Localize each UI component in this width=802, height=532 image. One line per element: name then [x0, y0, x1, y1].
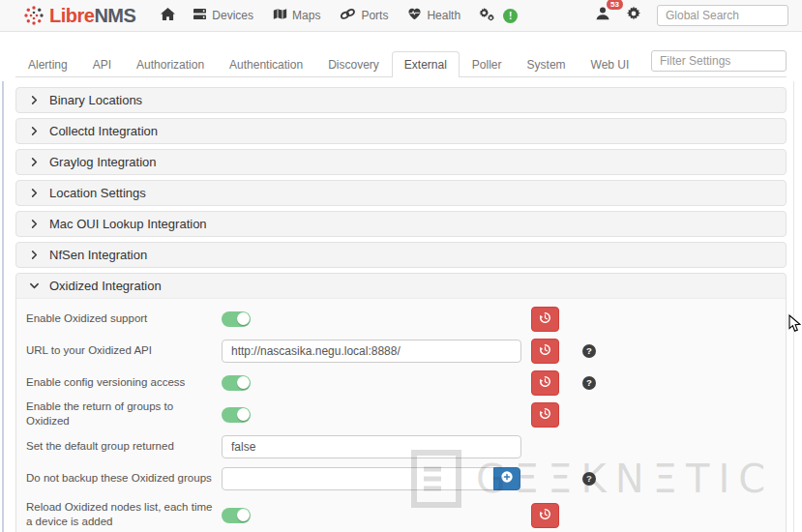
nav-maps-label: Maps	[292, 9, 320, 22]
cogs-icon	[478, 7, 495, 25]
setting-label: Enable the return of groups to Oxidized	[26, 399, 216, 429]
validation-status-icon[interactable]: !	[503, 9, 518, 23]
setting-control	[222, 435, 521, 458]
history-icon	[539, 375, 551, 391]
reset-button[interactable]	[531, 339, 559, 364]
section-header-nfsen-integration[interactable]: NfSen Integration	[16, 243, 786, 267]
chevron-right-icon	[29, 219, 40, 229]
setting-label: Reload Oxidized nodes list, each time a …	[26, 500, 216, 530]
nav-health[interactable]: Health	[398, 0, 470, 32]
nav-health-label: Health	[427, 9, 460, 22]
section-label: Graylog Integration	[49, 155, 157, 169]
nav-devices-label: Devices	[212, 9, 253, 22]
section-label: Location Settings	[49, 186, 146, 200]
section-header-oxidized-integration[interactable]: Oxidized Integration	[16, 274, 786, 298]
toggle-switch[interactable]	[222, 508, 251, 523]
plus-circle-icon	[500, 470, 514, 487]
section-header-mac-oui-lookup-integration[interactable]: Mac OUI Lookup Integration	[16, 212, 786, 236]
tab-authentication[interactable]: Authentication	[217, 51, 315, 77]
section-header-collectd-integration[interactable]: Collectd Integration	[16, 119, 786, 143]
reset-button[interactable]	[531, 370, 559, 396]
section-label: Collectd Integration	[49, 124, 158, 138]
section-label: Mac OUI Lookup Integration	[49, 217, 207, 231]
help-icon[interactable]: ?	[582, 344, 596, 358]
history-icon	[539, 343, 551, 359]
nav-maps[interactable]: Maps	[263, 0, 330, 32]
setting-row-enable-config-versioning-access: Enable config versioning access?	[16, 367, 786, 399]
chevron-right-icon	[29, 95, 40, 105]
setting-row-enable-oxidized-support: Enable Oxidized support	[16, 303, 786, 335]
nav-devices[interactable]: Devices	[183, 0, 263, 32]
section-label: Oxidized Integration	[49, 279, 162, 293]
toggle-switch[interactable]	[222, 407, 251, 423]
setting-row-enable-the-return-of-groups-to-oxidized: Enable the return of groups to Oxidized	[16, 399, 786, 430]
tab-discovery[interactable]: Discovery	[315, 51, 392, 77]
setting-control	[222, 467, 520, 490]
section-header-graylog-integration[interactable]: Graylog Integration	[16, 150, 786, 174]
chevron-right-icon	[29, 157, 40, 167]
tab-external[interactable]: External	[392, 51, 460, 77]
toggle-switch[interactable]	[222, 375, 251, 391]
tab-api[interactable]: API	[80, 51, 124, 77]
nav-home[interactable]	[153, 0, 183, 32]
tab-web-ui[interactable]: Web UI	[579, 51, 642, 77]
setting-row-set-the-default-group-returned: Set the default group returned	[16, 430, 786, 462]
nav-settings-cogs[interactable]	[470, 0, 503, 32]
setting-label: Enable config versioning access	[26, 375, 216, 391]
history-icon	[539, 311, 551, 327]
health-icon	[407, 8, 422, 23]
section-header-binary-locations[interactable]: Binary Locations	[16, 88, 786, 112]
user-icon	[595, 8, 610, 24]
librenms-logo[interactable]: LibreNMS	[23, 5, 135, 27]
user-menu[interactable]: 53	[595, 6, 610, 25]
toggle-switch[interactable]	[222, 311, 251, 327]
help-icon[interactable]: ?	[582, 376, 596, 390]
history-icon	[539, 508, 551, 523]
nav-ports-label: Ports	[361, 9, 388, 22]
tab-alerting[interactable]: Alerting	[15, 51, 80, 77]
navbar-right: 53	[595, 5, 794, 26]
chevron-right-icon	[29, 188, 40, 198]
section-header-location-settings[interactable]: Location Settings	[16, 181, 786, 205]
text-input[interactable]	[222, 340, 521, 363]
nav-ports[interactable]: Ports	[330, 0, 398, 32]
section-nfsen-integration: NfSen Integration	[15, 242, 787, 268]
setting-control	[222, 340, 521, 363]
gear-icon[interactable]	[626, 6, 641, 25]
section-graylog-integration: Graylog Integration	[15, 149, 787, 175]
tab-system[interactable]: System	[515, 51, 579, 77]
reset-button[interactable]	[531, 307, 559, 332]
setting-label: URL to your Oxidized API	[26, 343, 216, 359]
setting-label: Enable Oxidized support	[26, 311, 216, 327]
tab-bar: AlertingAPIAuthorizationAuthenticationDi…	[15, 50, 787, 77]
maps-icon	[273, 8, 287, 23]
window-edge-left	[2, 81, 4, 532]
sections: Binary LocationsCollectd IntegrationGray…	[15, 87, 787, 532]
section-binary-locations: Binary Locations	[15, 87, 787, 113]
toggle-knob	[237, 312, 250, 325]
history-icon	[539, 407, 551, 423]
window-edge-right	[793, 81, 794, 532]
setting-label: Set the default group returned	[26, 439, 216, 455]
setting-control	[222, 407, 251, 423]
add-button[interactable]	[493, 467, 520, 490]
reset-button[interactable]	[531, 503, 559, 528]
ports-icon	[340, 8, 356, 23]
top-navbar: LibreNMS Devices Maps Ports Health ! 53	[0, 0, 802, 32]
section-oxidized-integration: Oxidized IntegrationEnable Oxidized supp…	[15, 273, 787, 532]
toggle-knob	[237, 509, 250, 521]
filter-settings-input[interactable]	[651, 50, 787, 72]
global-search-input[interactable]	[657, 5, 788, 26]
toggle-knob	[237, 408, 250, 421]
brand-text: LibreNMS	[49, 5, 135, 27]
help-icon[interactable]: ?	[582, 472, 596, 486]
section-body-oxidized-integration: Enable Oxidized supportURL to your Oxidi…	[16, 298, 786, 532]
tab-poller[interactable]: Poller	[460, 51, 515, 77]
setting-control	[222, 508, 251, 523]
section-collectd-integration: Collectd Integration	[15, 118, 787, 144]
notification-badge: 53	[607, 0, 623, 10]
tab-authorization[interactable]: Authorization	[124, 51, 217, 77]
reset-button[interactable]	[531, 402, 559, 428]
text-input[interactable]	[222, 467, 494, 490]
text-input[interactable]	[222, 435, 521, 458]
